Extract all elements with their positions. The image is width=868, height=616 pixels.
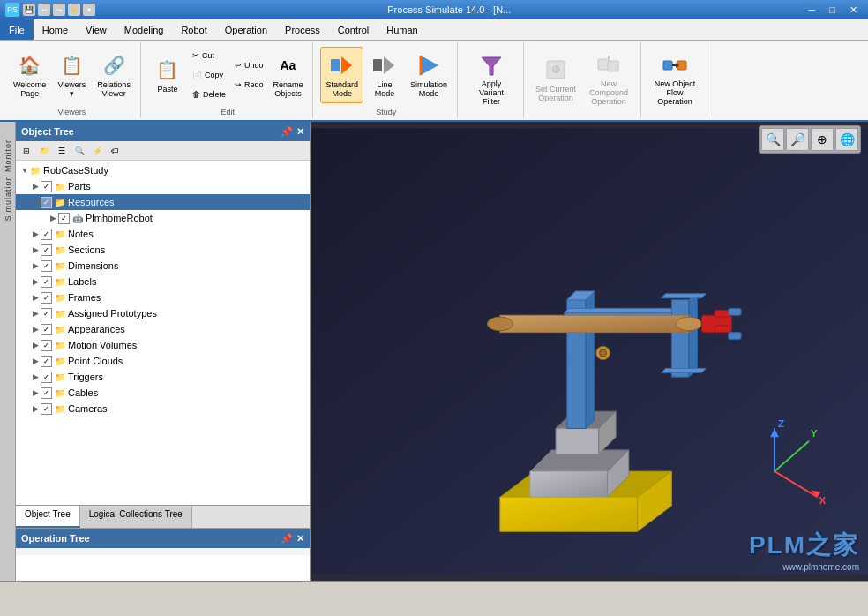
rename-objects-button[interactable]: Aa RenameObjects xyxy=(268,47,307,103)
checkbox-cables[interactable]: ✓ xyxy=(41,387,52,399)
menu-robot[interactable]: Robot xyxy=(172,19,215,40)
standard-mode-button[interactable]: StandardMode xyxy=(320,47,363,103)
pin-icon[interactable]: 📌 xyxy=(281,126,293,138)
expand-notes[interactable]: ▶ xyxy=(30,229,41,238)
object-tree-tab[interactable]: Object Tree xyxy=(16,506,80,528)
new-object-flow-operation-button[interactable]: New ObjectFlow Operation xyxy=(648,51,701,108)
expand-plmhomerobot[interactable]: ▶ xyxy=(48,214,58,222)
expand-cameras[interactable]: ▶ xyxy=(30,404,41,413)
tree-item-triggers[interactable]: ▶ ✓ 📁 Triggers xyxy=(16,369,310,385)
maximize-btn[interactable]: □ xyxy=(824,4,841,16)
tree-item-point-clouds[interactable]: ▶ ✓ 📁 Point Clouds xyxy=(16,353,310,369)
checkbox-resources[interactable]: ✓ xyxy=(41,197,52,208)
tree-tool-folder[interactable]: 📁 xyxy=(36,144,52,158)
menu-process[interactable]: Process xyxy=(276,19,329,40)
expand-point-clouds[interactable]: ▶ xyxy=(30,357,41,365)
menu-modeling[interactable]: Modeling xyxy=(116,19,173,40)
tree-item-labels[interactable]: ▶ ✓ 📁 Labels xyxy=(16,274,310,289)
tree-item-resources[interactable]: ▼ ✓ 📁 Resources xyxy=(16,194,310,210)
tree-item-assigned-prototypes[interactable]: ▶ ✓ 📁 Assigned Prototypes xyxy=(16,305,310,321)
checkbox-dimensions[interactable]: ✓ xyxy=(41,260,52,272)
menu-operation[interactable]: Operation xyxy=(216,19,276,40)
checkbox-cameras[interactable]: ✓ xyxy=(41,403,52,415)
expand-parts[interactable]: ▶ xyxy=(30,182,41,191)
checkbox-parts[interactable]: ✓ xyxy=(41,181,52,192)
expand-robcasestudy[interactable]: ▼ xyxy=(19,166,30,175)
tree-item-frames[interactable]: ▶ ✓ 📁 Frames xyxy=(16,289,310,305)
expand-labels[interactable]: ▶ xyxy=(30,277,41,286)
checkbox-plmhomerobot[interactable]: ✓ xyxy=(58,213,70,224)
checkbox-assigned-prototypes[interactable]: ✓ xyxy=(41,308,52,319)
tree-item-cables[interactable]: ▶ ✓ 📁 Cables xyxy=(16,385,310,401)
checkbox-sections[interactable]: ✓ xyxy=(41,244,52,256)
tree-item-robcasestudy[interactable]: ▼ 📁 RobCaseStudy xyxy=(16,162,310,178)
menu-human[interactable]: Human xyxy=(378,19,426,40)
expand-frames[interactable]: ▶ xyxy=(30,293,41,302)
expand-assigned-prototypes[interactable]: ▶ xyxy=(30,309,41,318)
expand-motion-volumes[interactable]: ▶ xyxy=(30,341,41,349)
checkbox-motion-volumes[interactable]: ✓ xyxy=(41,340,52,351)
tree-item-plmhomerobot[interactable]: ▶ ✓ 🤖 PlmhomeRobot xyxy=(16,210,310,226)
quick-access-3[interactable]: ↪ xyxy=(53,4,65,16)
op-tree-pin-icon[interactable]: 📌 xyxy=(281,533,293,545)
simulation-mode-button[interactable]: SimulationMode xyxy=(406,47,452,103)
view-cube-button[interactable]: 🌐 xyxy=(835,128,858,151)
checkbox-point-clouds[interactable]: ✓ xyxy=(41,356,52,367)
checkbox-labels[interactable]: ✓ xyxy=(41,276,52,288)
zoom-fit-button[interactable]: 🔎 xyxy=(786,128,809,151)
close-btn[interactable]: ✕ xyxy=(844,4,863,16)
tree-item-sections[interactable]: ▶ ✓ 📁 Sections xyxy=(16,242,310,258)
checkbox-appearances[interactable]: ✓ xyxy=(41,324,52,335)
snap-button[interactable]: ⊕ xyxy=(811,128,834,151)
menu-control[interactable]: Control xyxy=(329,19,378,40)
viewers-button[interactable]: 📋 Viewers▾ xyxy=(52,47,91,103)
object-tree-title: Object Tree xyxy=(21,126,74,137)
welcome-page-button[interactable]: 🏠 WelcomePage xyxy=(9,47,50,103)
tree-item-parts[interactable]: ▶ ✓ 📁 Parts xyxy=(16,178,310,194)
expand-dimensions[interactable]: ▶ xyxy=(30,261,41,270)
tree-item-appearances[interactable]: ▶ ✓ 📁 Appearances xyxy=(16,321,310,337)
redo-button[interactable]: ↪ Redo xyxy=(231,76,267,94)
expand-sections[interactable]: ▶ xyxy=(30,245,41,254)
undo-button[interactable]: ↩ Undo xyxy=(231,56,267,74)
tree-item-motion-volumes[interactable]: ▶ ✓ 📁 Motion Volumes xyxy=(16,337,310,353)
tree-item-dimensions[interactable]: ▶ ✓ 📁 Dimensions xyxy=(16,258,310,274)
tree-tool-expand[interactable]: ⊞ xyxy=(19,144,34,158)
tree-tool-tag[interactable]: 🏷 xyxy=(107,144,123,158)
menu-home[interactable]: Home xyxy=(34,19,77,40)
menu-view[interactable]: View xyxy=(77,19,116,40)
menu-file[interactable]: File xyxy=(0,19,34,40)
flow-buttons: New ObjectFlow Operation xyxy=(648,44,701,115)
quick-access-2[interactable]: ↩ xyxy=(38,4,50,16)
checkbox-frames[interactable]: ✓ xyxy=(41,292,52,304)
object-tree-close-icon[interactable]: ✕ xyxy=(296,126,304,138)
minimize-btn[interactable]: ─ xyxy=(804,4,821,16)
expand-resources[interactable]: ▼ xyxy=(30,198,41,207)
zoom-button[interactable]: 🔍 xyxy=(761,128,784,151)
set-current-operation-button[interactable]: ⚙ Set CurrentOperation xyxy=(531,51,580,108)
copy-button[interactable]: 📄 Copy xyxy=(189,66,229,84)
tree-tool-search[interactable]: 🔍 xyxy=(71,144,87,158)
cut-button[interactable]: ✂ Cut xyxy=(189,47,229,64)
expand-cables[interactable]: ▶ xyxy=(30,388,41,397)
checkbox-notes[interactable]: ✓ xyxy=(41,229,52,240)
quick-access-dropdown[interactable]: ▾ xyxy=(83,4,95,16)
tree-tool-filter[interactable]: ⚡ xyxy=(89,144,105,158)
relations-viewer-button[interactable]: 🔗 RelationsViewer xyxy=(93,47,135,103)
tree-item-notes[interactable]: ▶ ✓ 📁 Notes xyxy=(16,226,310,242)
line-mode-button[interactable]: LineMode xyxy=(365,47,404,103)
expand-triggers[interactable]: ▶ xyxy=(30,372,41,381)
delete-button[interactable]: 🗑 Delete xyxy=(189,86,229,103)
paste-button[interactable]: 📋 Paste xyxy=(148,47,187,103)
logical-collections-tab[interactable]: Logical Collections Tree xyxy=(80,506,192,528)
apply-variant-filter-button[interactable]: ApplyVariant Filter xyxy=(465,51,518,108)
expand-appearances[interactable]: ▶ xyxy=(30,325,41,334)
quick-access-1[interactable]: 💾 xyxy=(23,4,35,16)
quick-access-4[interactable]: ⚡ xyxy=(68,4,80,16)
checkbox-triggers[interactable]: ✓ xyxy=(41,372,52,383)
new-compound-operation-button[interactable]: New CompoundOperation xyxy=(582,51,635,108)
tree-item-cameras[interactable]: ▶ ✓ 📁 Cameras xyxy=(16,401,310,417)
op-tree-close-icon[interactable]: ✕ xyxy=(296,533,304,545)
tree-tool-list[interactable]: ☰ xyxy=(54,144,70,158)
viewport[interactable]: 🔍 🔎 ⊕ 🌐 xyxy=(311,122,868,581)
